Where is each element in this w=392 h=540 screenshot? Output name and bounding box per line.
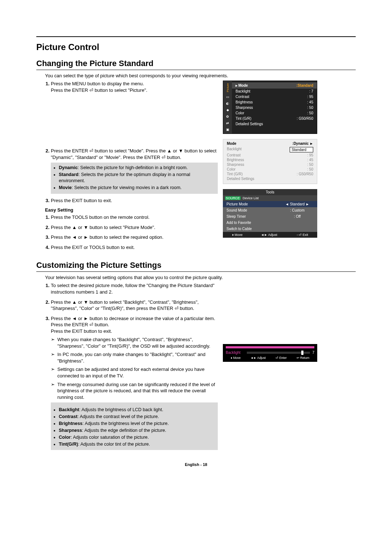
sound-icon: ◐ <box>226 102 229 105</box>
tv-icon: ▭ <box>226 95 229 99</box>
page-title-1: Picture Control <box>36 42 356 52</box>
osd-backlight-slider: Backlight 7 ♦ Move ◄► Adjust ⏎ Enter ↩ R… <box>223 344 317 362</box>
osd-picture-menu: Picture ▭ ◐ ◆ ✿ ⇄ ▣ ▸ Mode:Standard Back… <box>223 81 317 134</box>
easy-step-3: Press the ◄ or ► button to select the re… <box>51 234 218 241</box>
page-title-2: Changing the Picture Standard <box>36 59 356 70</box>
setting-definitions: Backlight: Adjusts the brightness of LCD… <box>51 402 218 450</box>
c-step-1: To select the desired picture mode, foll… <box>51 282 218 295</box>
app-icon: ▣ <box>226 128 229 131</box>
input-icon: ⇄ <box>226 121 229 125</box>
page-title-3: Customizing the Picture Settings <box>36 261 356 272</box>
step-3: Press the EXIT button to exit. <box>51 197 218 204</box>
step-2: Press the ENTER ⏎ button to select "Mode… <box>51 148 218 194</box>
osd-mode-select: Mode:Dynamic ► BacklightStandard Contras… <box>223 139 317 184</box>
intro-text-2: Your television has several setting opti… <box>45 275 356 280</box>
channel-icon: ◆ <box>226 108 229 112</box>
c-step-2: Press the ▲ or ▼ button to select "Backl… <box>51 299 218 312</box>
page-footer: English - 18 <box>36 462 356 467</box>
easy-step-4: Press the EXIT or TOOLS button to exit. <box>51 244 218 251</box>
easy-step-2: Press the ▲ or ▼ button to select "Pictu… <box>51 224 218 231</box>
easy-setting-heading: Easy Setting <box>45 207 218 213</box>
mode-descriptions: Dynamic: Selects the picture for high-de… <box>51 163 218 194</box>
osd-tools-menu: Tools SOURCEDevice List Picture Mode◄ St… <box>223 189 317 238</box>
setup-icon: ✿ <box>226 115 229 118</box>
intro-text: You can select the type of picture which… <box>45 73 356 78</box>
easy-step-1: Press the TOOLS button on the remote con… <box>51 214 218 221</box>
step-1: Press the MENU button to display the men… <box>51 81 218 144</box>
c-step-3: Press the ◄ or ► button to decrease or i… <box>51 315 218 450</box>
